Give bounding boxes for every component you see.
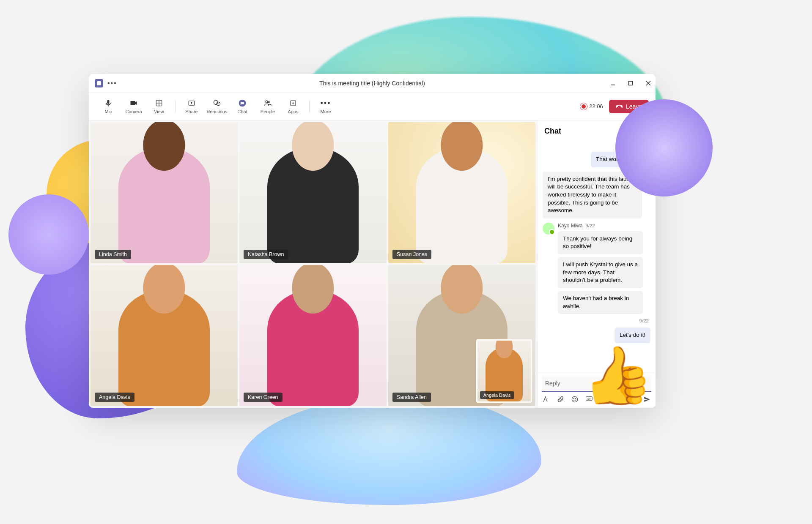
reactions-label: Reactions [207, 109, 228, 114]
self-preview[interactable]: Angela Davis [476, 339, 532, 403]
meeting-window: ••• This is meeting title (Highly Confid… [89, 74, 656, 408]
participant-tile[interactable]: Sandra Allen Angela Davis [388, 265, 535, 406]
chat-message-group: Kayo Miwa 9/22 Thank you for always bein… [543, 223, 650, 314]
participant-name: Sandra Allen [392, 393, 431, 402]
decor-avatar-right [615, 99, 713, 196]
recording-indicator: 22:06 [582, 103, 603, 109]
reactions-button[interactable]: Reactions [204, 98, 230, 114]
toolbar-separator [175, 100, 176, 113]
apps-button[interactable]: Apps [280, 98, 306, 114]
camera-icon [129, 98, 138, 108]
svg-point-18 [576, 398, 576, 399]
participant-tile[interactable]: Linda Smith [91, 122, 238, 263]
camera-label: Camera [125, 109, 142, 114]
svg-rect-1 [629, 81, 633, 85]
view-button[interactable]: View [146, 98, 172, 114]
chat-label: Chat [237, 109, 247, 114]
reactions-icon [212, 98, 222, 108]
share-label: Share [185, 109, 198, 114]
window-title: This is meeting title (Highly Confidenti… [89, 80, 656, 87]
view-label: View [154, 109, 164, 114]
video-gallery: Linda Smith Natasha Brown Susan Jones An… [89, 120, 537, 408]
maximize-button[interactable] [627, 80, 634, 86]
chat-message-other: I will push Krystal to give us a few mor… [558, 257, 643, 288]
svg-point-11 [266, 101, 268, 103]
svg-point-16 [572, 396, 578, 402]
participant-name: Natasha Brown [244, 250, 288, 259]
emoji-button[interactable] [571, 395, 579, 404]
teams-logo-icon [95, 79, 103, 87]
share-icon [187, 98, 196, 108]
message-author: Kayo Miwa 9/22 [558, 223, 650, 229]
message-timestamp: 9/22 [639, 318, 650, 323]
participant-tile[interactable]: Angela Davis [91, 265, 238, 406]
participant-video [239, 265, 387, 406]
participant-video [239, 122, 387, 263]
view-icon [154, 98, 164, 108]
more-label: More [320, 109, 331, 114]
recording-dot-icon [582, 104, 586, 109]
apps-icon [288, 98, 298, 108]
elapsed-time: 22:06 [589, 103, 603, 109]
chat-icon [238, 98, 247, 108]
participant-video [91, 265, 238, 406]
more-button[interactable]: ••• More [313, 98, 338, 114]
more-icon: ••• [321, 98, 330, 108]
titlebar: ••• This is meeting title (Highly Confid… [89, 74, 656, 93]
participant-video [91, 122, 238, 263]
mic-button[interactable]: Mic [96, 98, 121, 114]
titlebar-more-button[interactable]: ••• [107, 79, 117, 87]
participant-name: Karen Green [244, 393, 283, 402]
participant-name: Susan Jones [392, 250, 431, 259]
decor-blob-cyan [237, 395, 541, 505]
svg-point-12 [268, 101, 270, 103]
meeting-toolbar: Mic Camera View Share Reactions [89, 93, 656, 120]
share-button[interactable]: Share [179, 98, 204, 114]
participant-tile[interactable]: Susan Jones [388, 122, 535, 263]
mic-icon [104, 98, 113, 108]
participant-video [388, 122, 535, 263]
toolbar-separator [309, 100, 310, 113]
chat-message-other: We haven't had a break in awhile. [558, 291, 643, 314]
attach-button[interactable] [556, 395, 565, 404]
apps-label: Apps [288, 109, 298, 114]
thumbs-up-icon: 👍 [578, 339, 656, 413]
people-button[interactable]: People [255, 98, 280, 114]
chat-message-other: Thank you for always being so positive! [558, 231, 643, 254]
participant-tile[interactable]: Natasha Brown [239, 122, 387, 263]
close-button[interactable] [645, 80, 652, 86]
participant-name: Linda Smith [95, 250, 131, 259]
people-label: People [261, 109, 275, 114]
mic-label: Mic [104, 109, 112, 114]
chat-button[interactable]: Chat [230, 98, 255, 114]
people-icon [263, 98, 272, 108]
avatar [543, 223, 554, 235]
svg-point-17 [573, 398, 574, 399]
chat-title: Chat [544, 127, 561, 136]
minimize-button[interactable] [609, 80, 617, 86]
camera-button[interactable]: Camera [121, 98, 146, 114]
self-name: Angela Davis [480, 391, 514, 399]
meeting-main: Linda Smith Natasha Brown Susan Jones An… [89, 120, 656, 408]
hangup-icon [616, 103, 623, 110]
participant-tile[interactable]: Karen Green [239, 265, 387, 406]
format-button[interactable] [542, 395, 550, 404]
participant-name: Angela Davis [95, 393, 134, 402]
decor-avatar-left [8, 194, 89, 275]
